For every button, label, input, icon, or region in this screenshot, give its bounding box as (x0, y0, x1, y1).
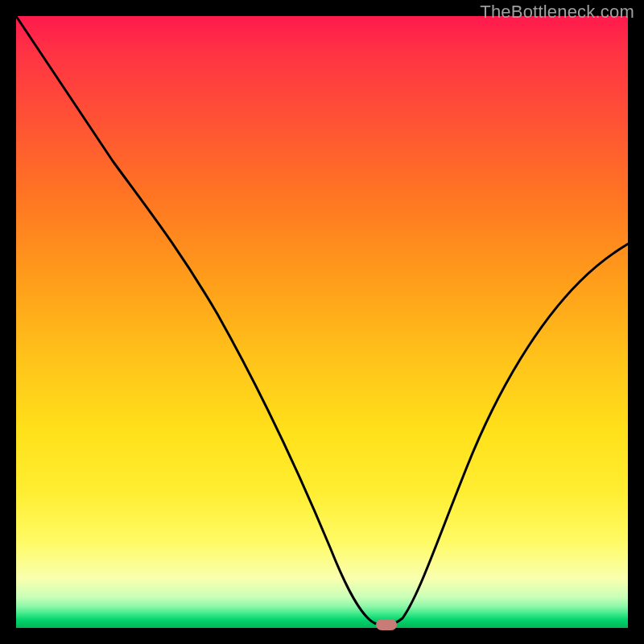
curve-path (16, 16, 628, 625)
bottleneck-curve (16, 16, 628, 628)
optimal-marker (376, 619, 397, 630)
plot-area (16, 16, 628, 628)
chart-frame: TheBottleneck.com (0, 0, 644, 644)
watermark-text: TheBottleneck.com (480, 2, 634, 23)
